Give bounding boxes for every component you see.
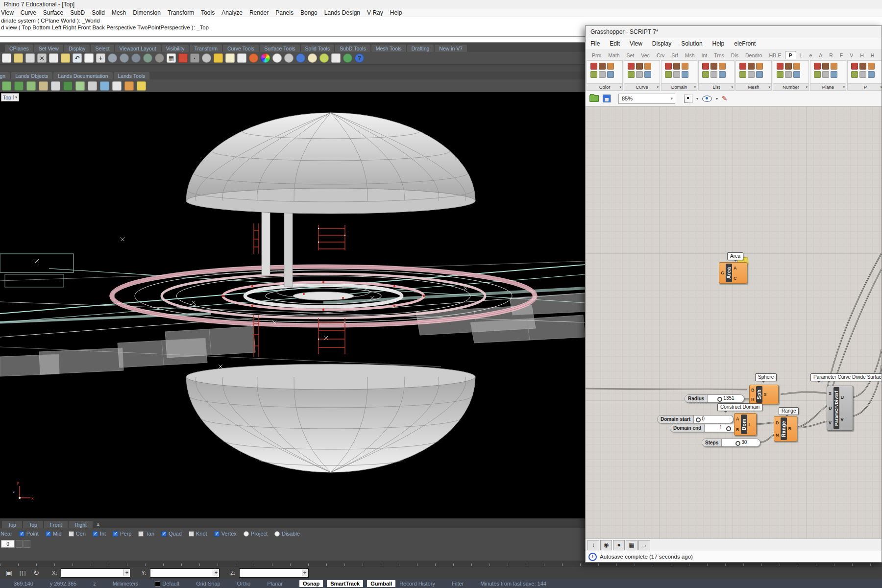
grasshopper-canvas[interactable]: Area G Area A C Sphere B R Sph S xyxy=(586,106,882,539)
osnap-toggle[interactable]: Perp xyxy=(113,531,131,537)
grasshopper-tab[interactable]: Set xyxy=(623,51,638,59)
osnap-toggle[interactable]: Int xyxy=(93,531,106,537)
grasshopper-tab[interactable]: Trns xyxy=(710,51,728,59)
paste-icon[interactable] xyxy=(61,53,70,63)
viewport-tab[interactable]: Right xyxy=(69,521,93,528)
open-file-icon[interactable] xyxy=(14,53,23,63)
component-icon[interactable] xyxy=(702,71,709,78)
status-item[interactable]: SmartTrack xyxy=(327,580,363,587)
circle-icon[interactable] xyxy=(202,53,211,63)
grasshopper-menu-item[interactable]: eleFront xyxy=(729,40,760,47)
slider-knob[interactable] xyxy=(726,426,731,431)
component-icon[interactable] xyxy=(710,63,717,70)
status-item[interactable]: y 2692.365 xyxy=(50,581,76,587)
sphere-component[interactable]: B R Sph S xyxy=(749,385,779,404)
ribbon-panel-label[interactable]: Domain xyxy=(662,83,697,90)
component-icon[interactable] xyxy=(851,71,858,78)
component-icon[interactable] xyxy=(673,63,680,70)
component-icon[interactable] xyxy=(673,71,680,78)
lands-tab[interactable]: Lands Tools xyxy=(114,72,150,79)
input-port[interactable]: D xyxy=(776,420,779,425)
component-icon[interactable] xyxy=(636,63,643,70)
open-file-icon[interactable] xyxy=(589,95,599,102)
rhino-menu-item[interactable]: Tools xyxy=(197,9,218,16)
bake-icon[interactable]: ↓ xyxy=(588,540,599,550)
ribbon-panel-label[interactable]: P xyxy=(848,83,882,90)
output-port[interactable]: C xyxy=(734,276,737,281)
checkbox-icon[interactable] xyxy=(46,531,51,537)
lands-irrigation-icon[interactable] xyxy=(100,81,109,91)
component-icon[interactable] xyxy=(748,63,755,70)
osnap-toggle[interactable]: Cen xyxy=(69,531,86,537)
rhino-menu-item[interactable]: Solid xyxy=(88,9,108,16)
x-coordinate-input[interactable] xyxy=(61,568,130,578)
cut-icon[interactable]: ✕ xyxy=(37,53,47,63)
toolbar-tab[interactable]: Select xyxy=(91,45,114,52)
osnap-toggle[interactable]: Project xyxy=(244,531,268,537)
toolbar-tab[interactable]: Mesh Tools xyxy=(371,45,406,52)
component-icon[interactable] xyxy=(777,63,784,70)
lands-path-icon[interactable] xyxy=(51,81,60,91)
grasshopper-tab[interactable]: Msh xyxy=(682,51,698,59)
rhino-menu-item[interactable]: Dimension xyxy=(129,9,164,16)
component-icon[interactable] xyxy=(756,71,763,78)
ribbon-panel-label[interactable]: List xyxy=(699,83,734,90)
component-icon[interactable] xyxy=(590,71,597,78)
component-icon[interactable] xyxy=(785,71,792,78)
component-icon[interactable] xyxy=(748,71,755,78)
rotate-view-icon[interactable] xyxy=(155,53,164,63)
lands-grid-icon[interactable] xyxy=(88,81,97,91)
rhino-menu-item[interactable]: Render xyxy=(246,9,272,16)
grasshopper-menu-item[interactable]: Solution xyxy=(676,40,707,47)
lands-shrub-icon[interactable] xyxy=(26,81,36,91)
checkbox-icon[interactable] xyxy=(138,531,144,537)
checkbox-icon[interactable] xyxy=(93,531,98,537)
preview-shaded-icon[interactable]: ● xyxy=(613,540,625,550)
grasshopper-tab[interactable]: P xyxy=(785,51,796,59)
grasshopper-tab[interactable]: HB-E xyxy=(765,51,784,59)
viewport-3d-scene[interactable]: y x z xyxy=(0,92,585,518)
component-icon[interactable] xyxy=(756,63,763,70)
output-port[interactable]: S xyxy=(764,392,767,397)
rhino-menu-item[interactable]: Panels xyxy=(272,9,297,16)
toolbar-tab[interactable]: Solid Tools xyxy=(301,45,335,52)
grasshopper-tab[interactable]: H xyxy=(857,51,867,59)
zoom-extents-icon[interactable] xyxy=(131,53,141,63)
lamp-icon[interactable] xyxy=(214,53,223,63)
bulb-icon[interactable] xyxy=(225,53,235,63)
lands-terrain-icon[interactable] xyxy=(39,81,48,91)
component-icon[interactable] xyxy=(719,71,726,78)
color-wheel-icon[interactable] xyxy=(261,53,270,63)
component-icon[interactable] xyxy=(785,63,792,70)
status-item[interactable]: 369.140 xyxy=(14,581,33,587)
help-icon[interactable]: ? xyxy=(355,53,364,63)
checkbox-icon[interactable] xyxy=(274,531,280,537)
grasshopper-tab[interactable]: R xyxy=(826,51,836,59)
grasshopper-menu-item[interactable]: File xyxy=(586,40,605,47)
component-icon[interactable] xyxy=(822,63,829,70)
component-icon[interactable] xyxy=(682,63,688,70)
slider-track[interactable]: 1 xyxy=(705,424,738,432)
component-icon[interactable] xyxy=(644,71,651,78)
zoom-window-icon[interactable] xyxy=(120,53,129,63)
zoom-selected-icon[interactable] xyxy=(143,53,152,63)
toolbar-tab[interactable]: Transform xyxy=(190,45,221,52)
osnap-toggle[interactable]: Mid xyxy=(46,531,62,537)
osnap-toggle[interactable]: Disable xyxy=(274,531,300,537)
zoom-icon[interactable] xyxy=(108,53,117,63)
rhino-menu-item[interactable]: Help xyxy=(387,9,406,16)
history-counter[interactable]: 0 xyxy=(1,540,15,548)
osnap-toggle[interactable]: Near xyxy=(0,531,12,537)
new-file-icon[interactable] xyxy=(2,53,11,63)
lands-forest-icon[interactable] xyxy=(63,81,73,91)
osnap-toggle[interactable]: Tan xyxy=(138,531,154,537)
pie-icon[interactable] xyxy=(308,53,317,63)
component-icon[interactable] xyxy=(793,71,800,78)
viewport-tab[interactable]: Top xyxy=(23,521,43,528)
rhino-menu-item[interactable]: Curve xyxy=(17,9,40,16)
update-icon[interactable]: ↻ xyxy=(31,569,41,577)
area-component[interactable]: G Area A C xyxy=(719,262,747,284)
lands-sun-icon[interactable] xyxy=(137,81,146,91)
spinner-icon[interactable] xyxy=(302,569,308,576)
grasshopper-menu-item[interactable]: Help xyxy=(708,40,730,47)
